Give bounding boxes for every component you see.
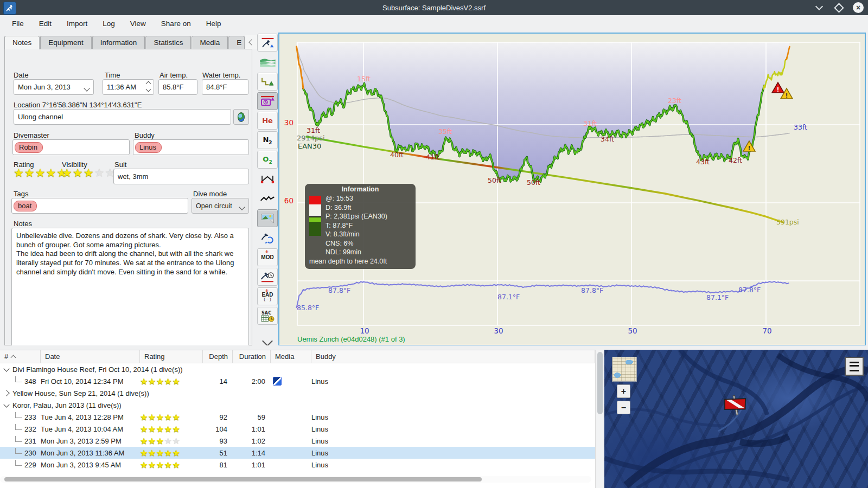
star-empty-icon[interactable]: ★	[94, 166, 105, 179]
menu-help[interactable]: Help	[200, 17, 228, 30]
toolbar-nitrogen-graph-button[interactable]: N2	[257, 131, 278, 149]
trip-row[interactable]: Divi Flamingo House Reef, Fri Oct 10, 20…	[0, 363, 595, 375]
tab-statistics[interactable]: Statistics	[145, 36, 191, 49]
map-zoom-in-button[interactable]: +	[617, 384, 630, 398]
column-header-media[interactable]: Media	[271, 350, 311, 363]
map-globe-button[interactable]	[233, 109, 249, 125]
menu-edit[interactable]: Edit	[33, 17, 58, 30]
dive-duration-cell: 1:01	[233, 425, 271, 433]
caret-expanded-icon[interactable]	[3, 365, 9, 371]
watertemp-field[interactable]: 84.8°F	[202, 79, 248, 95]
star-filled-icon[interactable]: ★	[14, 166, 24, 179]
star-filled-icon[interactable]: ★	[84, 166, 94, 179]
divemode-select[interactable]: Open circuit	[192, 198, 249, 214]
tag-pill[interactable]: Robin	[15, 142, 43, 153]
toolbar-dc-ceiling-button[interactable]	[257, 34, 278, 52]
date-select[interactable]: Mon Jun 3, 2013	[14, 79, 94, 95]
column-header-buddy[interactable]: Buddy	[311, 350, 595, 363]
toolbar-calculated-ceiling-button[interactable]	[257, 53, 278, 71]
toolbar-events-button[interactable]	[257, 92, 278, 110]
dive-site-map[interactable]: + −	[604, 350, 868, 488]
toolbar-toolbar-scroll-down-button[interactable]	[257, 328, 278, 345]
toolbar-photos-button[interactable]	[257, 209, 278, 227]
rating-stars[interactable]: ★★★★★	[14, 166, 67, 179]
hscroll-handle[interactable]	[4, 477, 482, 481]
tab-equipment[interactable]: Equipment	[40, 36, 92, 49]
menu-view[interactable]: View	[124, 17, 152, 30]
column-header-rating[interactable]: Rating	[140, 350, 203, 363]
toolbar-oxygen-graph-button[interactable]: O2	[257, 151, 278, 169]
maximize-button[interactable]	[833, 2, 844, 13]
star-filled-icon[interactable]: ★	[73, 166, 84, 179]
vscroll-handle[interactable]	[597, 352, 603, 414]
tab-e[interactable]: E	[228, 36, 245, 49]
star-filled-icon: ★	[156, 377, 164, 386]
dive-row-233[interactable]: 233Tue Jun 4, 2013 12:28 PM★★★★★9259Linu…	[0, 411, 595, 423]
chevron-down-icon	[262, 336, 273, 346]
menu-import[interactable]: Import	[60, 17, 94, 30]
toolbar-sac-rate-button[interactable]: SAC	[257, 307, 278, 325]
toolbar-dc-reported-ceiling-button[interactable]	[257, 229, 278, 247]
divemaster-field[interactable]: Robin	[12, 139, 130, 155]
toolbar-heart-rate-button[interactable]	[257, 190, 278, 208]
notes-textarea[interactable]: Unbelievable dive. Dozens and dozens of …	[11, 228, 249, 349]
toolbar-ndl-tts-button[interactable]	[257, 268, 278, 286]
star-filled-icon[interactable]: ★	[24, 166, 35, 179]
panel-splitter[interactable]	[0, 345, 868, 350]
star-filled-icon[interactable]: ★	[35, 166, 46, 179]
horizontal-scrollbar[interactable]	[0, 476, 591, 483]
toolbar-ead-end-button[interactable]: +EAD(···)	[257, 287, 278, 305]
menu-file[interactable]: File	[5, 17, 30, 30]
trip-row[interactable]: Yellow House, Sun Sep 21, 2014 (1 dive(s…	[0, 387, 595, 399]
vertical-scrollbar[interactable]	[595, 350, 604, 488]
buddy-field[interactable]: Linus	[133, 139, 249, 155]
dive-row-232[interactable]: 232Tue Jun 4, 2013 10:04 AM★★★★★1041:01L…	[0, 423, 595, 435]
map-zoom-out-button[interactable]: −	[617, 401, 630, 414]
trip-row[interactable]: Koror, Palau, Jun 2013 (11 dive(s))	[0, 399, 595, 411]
dive-row-230[interactable]: 230Mon Jun 3, 2013 11:36 AM★★★★★511:14Li…	[0, 447, 595, 459]
dive-profile-chart[interactable]: !!! Information @: 15:53D: 36.9ftP: 2,38…	[278, 33, 866, 346]
suit-field[interactable]: wet, 3mm	[113, 169, 249, 184]
location-field[interactable]: Ulong channel	[14, 109, 231, 125]
visibility-stars[interactable]: ★★★★★	[62, 166, 116, 179]
chevron-down-icon	[84, 85, 90, 91]
toolbar-ceiling-steps-button[interactable]	[257, 73, 278, 91]
toolbar-mod-button[interactable]: +MOD	[257, 248, 278, 266]
profile-label-878F: 87.8°F	[328, 286, 350, 294]
dive-row-348[interactable]: 348Fri Oct 10, 2014 12:34 PM★★★★★142:00L…	[0, 375, 595, 387]
column-header-depth[interactable]: Depth	[203, 350, 233, 363]
dive-flag-marker[interactable]	[722, 391, 752, 419]
close-button[interactable]: ×	[853, 2, 864, 13]
media-photo-icon[interactable]	[273, 377, 282, 386]
tab-information[interactable]: Information	[92, 36, 145, 49]
diver-logo-icon	[5, 4, 14, 12]
menu-log[interactable]: Log	[96, 17, 122, 30]
minimize-button[interactable]	[814, 2, 825, 13]
caret-expanded-icon[interactable]	[3, 401, 9, 407]
tab-notes[interactable]: Notes	[4, 36, 40, 49]
tab-scroll-left-icon[interactable]	[249, 39, 255, 45]
column-header-num[interactable]: #	[0, 350, 41, 363]
column-header-date[interactable]: Date	[41, 350, 140, 363]
ceiling-steps-icon	[261, 76, 275, 87]
spinner-icons[interactable]	[146, 82, 150, 91]
menu-share-on[interactable]: Share on	[155, 17, 197, 30]
tab-media[interactable]: Media	[192, 36, 228, 49]
time-stepper[interactable]: 11:36 AM	[103, 79, 154, 95]
dive-row-231[interactable]: 231Mon Jun 3, 2013 2:59 PM★★★★★931:02Lin…	[0, 435, 595, 447]
column-header-duration[interactable]: Duration	[233, 350, 271, 363]
warning-red-icon[interactable]: !	[772, 82, 784, 93]
toolbar-ruler-button[interactable]	[257, 170, 278, 188]
star-filled-icon[interactable]: ★	[46, 166, 56, 179]
airtemp-field[interactable]: 85.8°F	[158, 79, 197, 95]
map-overview-thumbnail[interactable]	[612, 357, 637, 382]
map-menu-button[interactable]	[845, 357, 864, 376]
tags-field[interactable]: boat	[11, 198, 188, 214]
tag-pill[interactable]: boat	[14, 201, 37, 211]
star-filled-icon[interactable]: ★	[62, 166, 73, 179]
time-axis-tick: 10	[358, 326, 371, 335]
toolbar-helium-graph-button[interactable]: He	[257, 112, 278, 130]
dive-row-229[interactable]: 229Mon Jun 3, 2013 9:45 AM★★★★★811:01Lin…	[0, 459, 595, 471]
caret-collapsed-icon[interactable]	[3, 390, 9, 396]
tag-pill[interactable]: Linus	[135, 142, 162, 153]
